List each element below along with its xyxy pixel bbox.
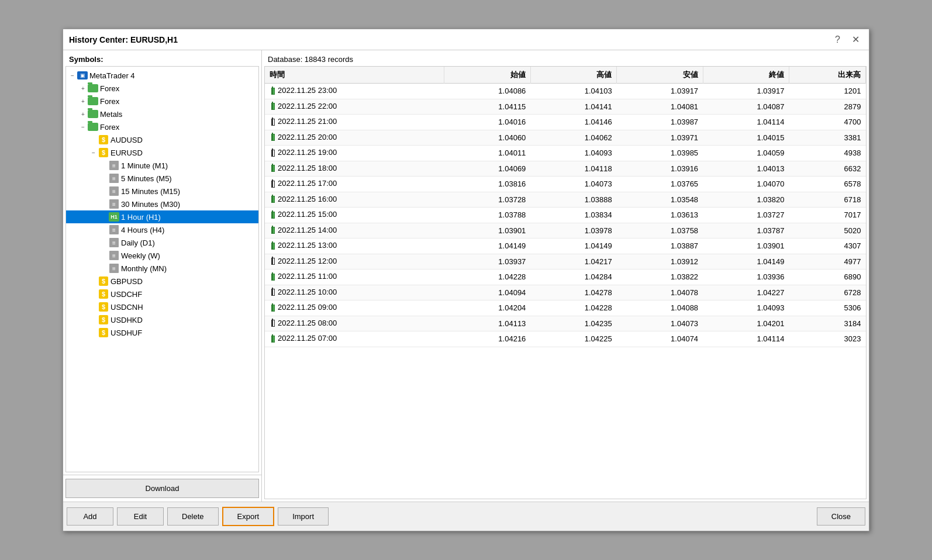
cell-open: 1.04016 (444, 115, 530, 130)
tree-item-label: Metals (100, 110, 122, 119)
cell-time: 2022.11.25 13:00 (265, 238, 444, 254)
expand-icon[interactable]: + (79, 84, 87, 92)
tree-item-label: USDCNH (111, 303, 143, 312)
delete-button[interactable]: Delete (167, 507, 219, 526)
table-row[interactable]: 2022.11.25 13:001.041491.041491.038871.0… (265, 238, 866, 254)
tree-item-m15[interactable]: 15 Minutes (M15) (66, 185, 258, 198)
cell-high: 1.04278 (530, 285, 616, 300)
cell-close: 1.04201 (703, 316, 789, 331)
table-row[interactable]: 2022.11.25 22:001.041151.041411.040811.0… (265, 99, 866, 115)
tree-item-usdhkd[interactable]: $USDHKD (66, 313, 258, 326)
tree-item-w1[interactable]: Weekly (W) (66, 249, 258, 262)
cell-open: 1.03901 (444, 223, 530, 238)
candle-icon (270, 179, 275, 188)
cell-time: 2022.11.25 21:00 (265, 115, 444, 130)
candle-icon (270, 334, 275, 343)
cell-time: 2022.11.25 10:00 (265, 285, 444, 300)
cell-close: 1.03820 (703, 192, 789, 208)
db-icon (109, 225, 119, 234)
expand-icon[interactable]: − (89, 148, 98, 157)
tree-item-h4[interactable]: 4 Hours (H4) (66, 223, 258, 236)
tree-item-metatrader4[interactable]: −MetaTrader 4 (66, 69, 258, 82)
cell-high: 1.04217 (530, 254, 616, 269)
edit-button[interactable]: Edit (117, 507, 164, 526)
add-button[interactable]: Add (67, 507, 113, 526)
cell-open: 1.04113 (444, 316, 530, 331)
import-button[interactable]: Import (278, 507, 329, 526)
cell-open: 1.03816 (444, 177, 530, 192)
table-row[interactable]: 2022.11.25 08:001.041131.042351.040731.0… (265, 316, 866, 331)
main-window: History Center: EURUSD,H1 ? ✕ Symbols: −… (63, 29, 869, 531)
folder-icon (88, 96, 98, 106)
tree-item-usdchf[interactable]: $USDCHF (66, 288, 258, 300)
tree-item-h1[interactable]: H11 Hour (H1) (66, 210, 258, 223)
table-row[interactable]: 2022.11.25 10:001.040941.042781.040781.0… (265, 285, 866, 300)
close-button[interactable]: Close (817, 507, 865, 526)
tree-item-gbpusd[interactable]: $GBPUSD (66, 275, 258, 288)
cell-time: 2022.11.25 14:00 (265, 223, 444, 238)
cell-volume: 6578 (789, 177, 865, 192)
tree-item-mn[interactable]: Monthly (MN) (66, 262, 258, 275)
tree-item-forex3[interactable]: −Forex (66, 120, 258, 133)
tree-item-m1[interactable]: 1 Minute (M1) (66, 159, 258, 172)
close-window-button[interactable]: ✕ (848, 33, 863, 46)
table-row[interactable]: 2022.11.25 16:001.037281.038881.035481.0… (265, 192, 866, 208)
table-row[interactable]: 2022.11.25 07:001.042161.042251.040741.0… (265, 331, 866, 347)
cell-high: 1.04235 (530, 316, 616, 331)
cell-high: 1.04228 (530, 300, 616, 316)
symbol-tree[interactable]: −MetaTrader 4+Forex+Forex+Metals−Forex$A… (65, 66, 259, 472)
tree-item-m5[interactable]: 5 Minutes (M5) (66, 172, 258, 185)
table-row[interactable]: 2022.11.25 18:001.040691.041181.039161.0… (265, 161, 866, 177)
candle-icon (270, 303, 275, 312)
tree-item-eurusd[interactable]: −$EURUSD (66, 146, 258, 159)
table-row[interactable]: 2022.11.25 19:001.040111.040931.039851.0… (265, 146, 866, 161)
table-row[interactable]: 2022.11.25 17:001.038161.040731.037651.0… (265, 177, 866, 192)
table-row[interactable]: 2022.11.25 15:001.037881.038341.036131.0… (265, 208, 866, 223)
tree-item-metals[interactable]: +Metals (66, 108, 258, 120)
expand-icon[interactable]: − (68, 71, 77, 79)
cell-low: 1.03548 (617, 192, 703, 208)
symbols-header: Symbols: (63, 50, 261, 66)
table-row[interactable]: 2022.11.25 11:001.042281.042841.038221.0… (265, 269, 866, 285)
data-table-container[interactable]: 時間始値高値安値終値出来高 2022.11.25 23:001.040861.0… (264, 66, 867, 499)
cell-high: 1.04141 (530, 99, 616, 115)
tree-item-forex1[interactable]: +Forex (66, 82, 258, 95)
tree-item-d1[interactable]: Daily (D1) (66, 236, 258, 249)
cell-time: 2022.11.25 08:00 (265, 316, 444, 331)
candle-icon (270, 319, 275, 327)
cell-time: 2022.11.25 11:00 (265, 269, 444, 285)
candle-icon (270, 272, 275, 281)
tree-item-usdhuf[interactable]: $USDHUF (66, 326, 258, 339)
table-row[interactable]: 2022.11.25 20:001.040601.040621.039711.0… (265, 130, 866, 146)
candle-icon (270, 164, 275, 172)
expand-icon[interactable]: − (79, 123, 87, 131)
right-panel: Database: 18843 records 時間始値高値安値終値出来高 20… (262, 50, 869, 502)
left-panel: Symbols: −MetaTrader 4+Forex+Forex+Metal… (63, 50, 262, 502)
cell-high: 1.03978 (530, 223, 616, 238)
cell-close: 1.03787 (703, 223, 789, 238)
cell-close: 1.03727 (703, 208, 789, 223)
download-button[interactable]: Download (65, 479, 259, 498)
db-icon (109, 238, 119, 247)
expand-icon[interactable]: + (79, 110, 87, 118)
table-row[interactable]: 2022.11.25 23:001.040861.041031.039171.0… (265, 84, 866, 99)
dollar-icon: $ (98, 135, 109, 144)
tree-item-forex2[interactable]: +Forex (66, 95, 258, 108)
cell-volume: 5306 (789, 300, 865, 316)
tree-item-m30[interactable]: 30 Minutes (M30) (66, 198, 258, 210)
table-row[interactable]: 2022.11.25 09:001.042041.042281.040881.0… (265, 300, 866, 316)
h1-icon: H1 (109, 212, 119, 222)
tree-item-usdcnh[interactable]: $USDCNH (66, 300, 258, 313)
table-row[interactable]: 2022.11.25 14:001.039011.039781.037581.0… (265, 223, 866, 238)
table-row[interactable]: 2022.11.25 21:001.040161.041461.039871.0… (265, 115, 866, 130)
tree-item-audusd[interactable]: $AUDUSD (66, 133, 258, 146)
table-row[interactable]: 2022.11.25 12:001.039371.042171.039121.0… (265, 254, 866, 269)
expand-icon[interactable]: + (79, 97, 87, 105)
candle-icon (270, 102, 275, 110)
export-button[interactable]: Export (222, 507, 275, 526)
cell-time: 2022.11.25 15:00 (265, 208, 444, 223)
cell-high: 1.04093 (530, 146, 616, 161)
cell-open: 1.03937 (444, 254, 530, 269)
help-button[interactable]: ? (831, 33, 844, 46)
cell-time: 2022.11.25 12:00 (265, 254, 444, 269)
